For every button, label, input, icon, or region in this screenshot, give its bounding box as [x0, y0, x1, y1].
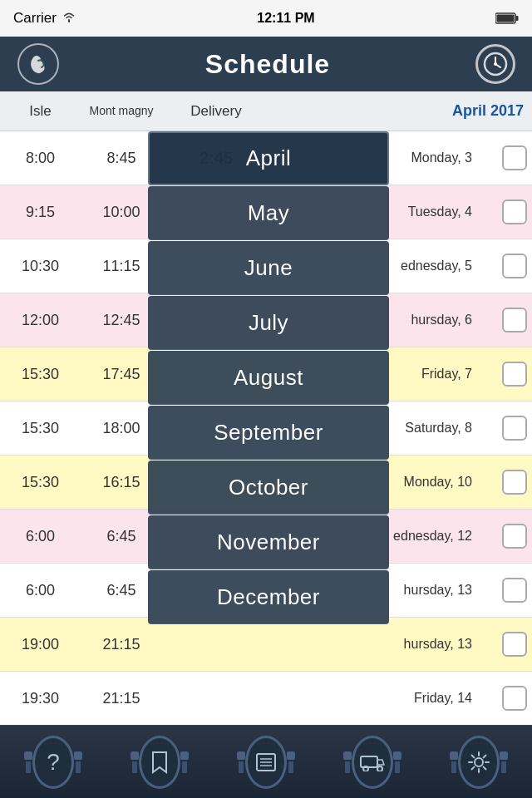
battery-icon	[495, 12, 519, 25]
schedule-area: 8:00 8:45 2:45 Monday, 3 9:15 10:00 Tues…	[0, 131, 532, 726]
col-header-isle: Isle	[0, 103, 81, 120]
col-header-delivery: Delivery	[162, 103, 270, 120]
month-option-may[interactable]: May	[148, 186, 389, 240]
row-checkbox[interactable]	[502, 200, 527, 224]
svg-rect-1	[515, 16, 518, 21]
column-headers: Isle Mont magny Delivery April 2017	[0, 91, 532, 131]
row-checkbox[interactable]	[502, 416, 527, 441]
row-checkbox[interactable]	[502, 686, 527, 711]
svg-point-13	[363, 766, 368, 771]
cell-isle: 12:00	[0, 312, 81, 329]
month-option-june[interactable]: June	[148, 241, 389, 295]
cell-isle: 15:30	[0, 366, 81, 383]
month-option-april[interactable]: April	[148, 131, 389, 185]
table-row: 19:30 21:15 Friday, 14	[0, 672, 532, 726]
row-checkbox[interactable]	[502, 578, 527, 603]
month-option-october[interactable]: October	[148, 461, 389, 515]
cell-isle: 9:15	[0, 204, 81, 221]
col-header-montmagny: Mont magny	[81, 104, 162, 118]
status-time: 12:11 PM	[257, 11, 314, 26]
tab-help[interactable]: ?	[24, 733, 82, 791]
tab-bar: ?	[0, 725, 532, 798]
row-checkbox[interactable]	[502, 524, 527, 549]
cell-date: hursday, 13	[270, 637, 502, 652]
row-checkbox[interactable]	[502, 362, 527, 387]
cell-isle: 8:00	[0, 150, 81, 167]
row-checkbox[interactable]	[502, 308, 527, 332]
tab-list[interactable]	[237, 733, 295, 791]
row-checkbox[interactable]	[502, 145, 527, 170]
bookmark-icon	[139, 736, 180, 789]
cell-mont: 21:15	[81, 636, 162, 653]
status-right	[495, 12, 519, 25]
cell-isle: 15:30	[0, 420, 81, 437]
cell-isle: 6:00	[0, 582, 81, 599]
cell-date: Friday, 14	[270, 691, 502, 706]
app-logo	[17, 42, 60, 86]
cell-isle: 6:00	[0, 528, 81, 545]
svg-point-14	[377, 766, 382, 771]
wifi-icon	[62, 10, 76, 27]
app-header: Schedule	[0, 37, 532, 91]
row-checkbox[interactable]	[502, 632, 527, 657]
col-header-date: April 2017	[270, 102, 532, 120]
clock-button[interactable]	[475, 44, 515, 84]
row-checkbox[interactable]	[502, 254, 527, 278]
month-option-november[interactable]: November	[148, 515, 389, 569]
svg-point-15	[475, 758, 483, 766]
tab-delivery[interactable]	[343, 733, 401, 791]
month-option-july[interactable]: July	[148, 296, 389, 350]
cell-isle: 15:30	[0, 474, 81, 491]
svg-rect-12	[361, 756, 377, 767]
list-icon	[245, 736, 287, 789]
svg-point-7	[494, 62, 497, 66]
settings-icon	[458, 736, 500, 789]
svg-rect-2	[496, 15, 514, 22]
delivery-icon	[352, 736, 393, 789]
carrier-text: Carrier	[13, 10, 57, 27]
month-picker-dropdown: April May June July August September Oct…	[148, 131, 389, 625]
tab-bookmarks[interactable]	[131, 733, 189, 791]
month-option-september[interactable]: September	[148, 406, 389, 460]
cell-mont: 21:15	[81, 690, 162, 707]
cell-isle: 19:30	[0, 690, 81, 707]
cell-isle: 19:00	[0, 636, 81, 653]
status-bar: Carrier 12:11 PM	[0, 0, 532, 37]
status-left: Carrier	[13, 10, 76, 27]
month-option-august[interactable]: August	[148, 351, 389, 405]
month-option-december[interactable]: December	[148, 570, 389, 624]
help-icon: ?	[32, 736, 74, 789]
table-row: 19:00 21:15 hursday, 13	[0, 618, 532, 672]
row-checkbox[interactable]	[502, 470, 527, 495]
tab-settings[interactable]	[450, 733, 508, 791]
cell-isle: 10:30	[0, 258, 81, 275]
page-title: Schedule	[205, 49, 330, 80]
